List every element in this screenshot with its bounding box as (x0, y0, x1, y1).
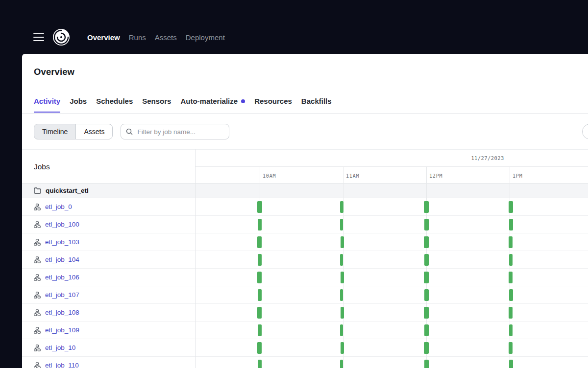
run-bar[interactable] (424, 201, 429, 213)
job-rows: etl_job_0etl_job_100etl_job_103etl_job_1… (22, 198, 588, 368)
job-row-label-cell: etl_job_104 (22, 251, 195, 268)
auto-materialize-dot (241, 99, 245, 103)
job-row-label-cell: etl_job_100 (22, 216, 195, 233)
job-row: etl_job_103 (22, 233, 588, 251)
run-bar[interactable] (509, 289, 513, 301)
menu-button[interactable] (33, 33, 44, 41)
run-bar[interactable] (340, 324, 343, 336)
run-bar[interactable] (340, 289, 343, 301)
folder-icon (34, 187, 41, 194)
view-toggle-assets[interactable]: Assets (75, 124, 113, 139)
run-bar[interactable] (257, 236, 262, 248)
run-bar[interactable] (424, 219, 429, 230)
run-bar[interactable] (509, 254, 513, 266)
run-bar[interactable] (340, 360, 343, 368)
job-run-track (195, 286, 588, 303)
job-run-track (195, 269, 588, 286)
job-filter (121, 124, 229, 139)
run-bar[interactable] (258, 324, 262, 336)
run-bar[interactable] (258, 254, 262, 266)
tab-sensors[interactable]: Sensors (142, 97, 171, 113)
tab-activity[interactable]: Activity (34, 97, 60, 113)
timeline-time-row: 10AM11AM12PM1PM (195, 167, 588, 184)
run-bar[interactable] (258, 219, 262, 230)
tab-resources[interactable]: Resources (254, 97, 292, 113)
job-row: etl_job_109 (22, 322, 588, 339)
nav-deployment[interactable]: Deployment (186, 33, 225, 42)
run-bar[interactable] (424, 272, 429, 283)
run-bar[interactable] (424, 254, 429, 266)
job-group-row[interactable]: quickstart_etl (22, 184, 588, 198)
view-toggle-timeline[interactable]: Timeline (34, 124, 76, 139)
run-bar[interactable] (257, 307, 262, 319)
run-bar[interactable] (424, 360, 429, 368)
job-row: etl_job_0 (22, 198, 588, 216)
nav-assets[interactable]: Assets (155, 33, 177, 42)
tab-auto-materialize[interactable]: Auto-materialize (180, 97, 245, 113)
job-link[interactable]: etl_job_100 (45, 221, 79, 228)
job-link[interactable]: etl_job_108 (45, 309, 79, 316)
hour-tick-label: 12PM (429, 173, 442, 178)
run-bar[interactable] (341, 272, 344, 283)
job-graph-icon (34, 292, 41, 299)
job-graph-icon (34, 256, 41, 263)
run-bar[interactable] (509, 201, 513, 213)
timeline-body: quickstart_etl etl_job_0etl_job_100etl_j… (22, 184, 588, 368)
run-bar[interactable] (257, 272, 262, 283)
run-bar[interactable] (424, 289, 429, 301)
job-row: etl_job_108 (22, 304, 588, 322)
job-run-track (195, 339, 588, 356)
main-nav: Overview Runs Assets Deployment (87, 33, 225, 42)
run-bar[interactable] (509, 324, 513, 336)
job-run-track (195, 216, 588, 233)
job-graph-icon (34, 239, 41, 246)
nav-overview[interactable]: Overview (87, 33, 120, 42)
run-bar[interactable] (424, 236, 429, 248)
job-link[interactable]: etl_job_104 (45, 256, 79, 263)
run-bar[interactable] (340, 219, 343, 230)
run-bar[interactable] (424, 324, 429, 336)
dagster-logo[interactable] (52, 28, 71, 46)
hour-tick-label: 10AM (263, 173, 276, 178)
hour-tick-label: 1PM (513, 173, 522, 178)
run-bar[interactable] (341, 307, 344, 319)
job-link[interactable]: etl_job_0 (45, 203, 72, 210)
run-bar[interactable] (258, 360, 262, 368)
run-bar[interactable] (509, 307, 513, 319)
run-bar[interactable] (341, 342, 344, 354)
nav-runs[interactable]: Runs (129, 33, 146, 42)
run-bar[interactable] (509, 272, 513, 283)
refresh-button[interactable] (582, 124, 588, 139)
run-bar[interactable] (257, 201, 262, 213)
job-filter-input[interactable] (136, 128, 225, 136)
tab-schedules[interactable]: Schedules (96, 97, 133, 113)
run-bar[interactable] (424, 307, 429, 319)
run-bar[interactable] (340, 254, 343, 266)
run-bar[interactable] (258, 289, 262, 301)
run-bar[interactable] (340, 201, 343, 213)
job-row-label-cell: etl_job_107 (22, 286, 195, 303)
job-link[interactable]: etl_job_103 (45, 238, 79, 246)
run-bar[interactable] (341, 236, 344, 248)
job-link[interactable]: etl_job_110 (45, 362, 79, 368)
run-bar[interactable] (509, 360, 513, 368)
job-link[interactable]: etl_job_109 (45, 326, 79, 334)
job-run-track (195, 357, 588, 368)
tab-jobs[interactable]: Jobs (70, 97, 87, 113)
job-row-label-cell: etl_job_108 (22, 304, 195, 321)
hour-tick-label: 11AM (346, 173, 359, 178)
job-link[interactable]: etl_job_10 (45, 344, 75, 351)
top-nav: Overview Runs Assets Deployment (0, 0, 588, 54)
run-bar[interactable] (424, 342, 429, 354)
run-bar[interactable] (509, 219, 513, 230)
job-link[interactable]: etl_job_106 (45, 274, 79, 281)
tab-backfills[interactable]: Backfills (301, 97, 332, 113)
job-row: etl_job_10 (22, 339, 588, 357)
run-bar[interactable] (509, 236, 513, 248)
tab-bar: Activity Jobs Schedules Sensors Auto-mat… (34, 97, 332, 113)
timeline-date-row: 11/27/2023 (195, 150, 588, 167)
job-row-label-cell: etl_job_106 (22, 269, 195, 286)
run-bar[interactable] (509, 342, 513, 354)
job-link[interactable]: etl_job_107 (45, 291, 79, 299)
run-bar[interactable] (257, 342, 262, 354)
